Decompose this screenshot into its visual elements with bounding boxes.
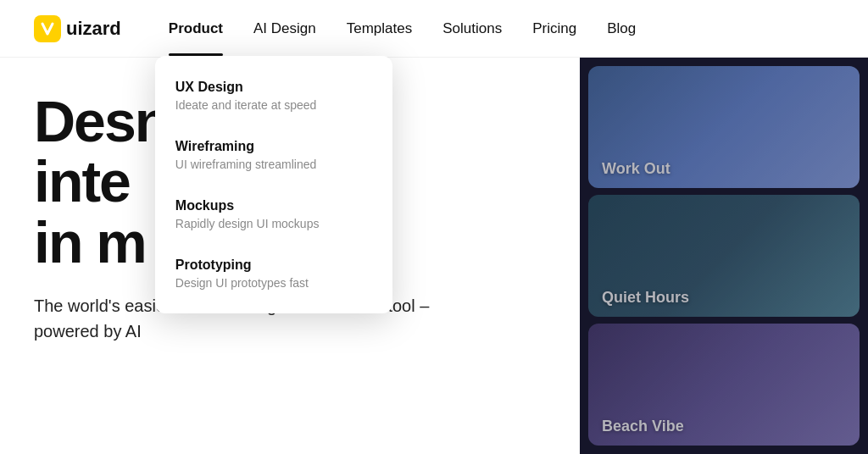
dropdown-item-mockups-subtitle: Rapidly design UI mockups bbox=[175, 217, 372, 230]
nav-item-blog: Blog bbox=[593, 14, 649, 44]
app-card-quiet-hours-label: Quiet Hours bbox=[602, 289, 689, 307]
nav-link-product[interactable]: Product bbox=[155, 14, 236, 44]
nav-link-blog[interactable]: Blog bbox=[593, 14, 649, 44]
dropdown-item-ux-design-title: UX Design bbox=[175, 80, 372, 95]
dropdown-item-prototyping-subtitle: Design UI prototypes fast bbox=[175, 276, 372, 290]
app-card-beach-vibes: Beach Vibe bbox=[588, 324, 860, 446]
hero-section: Desning inte in m The world's easiest-to… bbox=[0, 58, 868, 454]
logo[interactable]: uizard bbox=[34, 15, 121, 42]
app-card-workout: Work Out bbox=[588, 66, 860, 188]
nav-menu: Product UX Design Ideate and iterate at … bbox=[155, 14, 649, 44]
navbar: uizard Product UX Design Ideate and iter… bbox=[0, 0, 868, 58]
app-card-workout-label: Work Out bbox=[602, 160, 670, 178]
hero-right: Work Out Quiet Hours Beach Vibe bbox=[580, 58, 868, 454]
logo-icon bbox=[34, 15, 61, 42]
dropdown-item-wireframing-subtitle: UI wireframing streamlined bbox=[175, 158, 372, 171]
nav-link-pricing[interactable]: Pricing bbox=[519, 14, 590, 44]
nav-item-templates: Templates bbox=[333, 14, 426, 44]
nav-item-product: Product UX Design Ideate and iterate at … bbox=[155, 14, 236, 44]
dropdown-item-wireframing-title: Wireframing bbox=[175, 139, 372, 154]
product-dropdown: UX Design Ideate and iterate at speed Wi… bbox=[155, 56, 392, 313]
dropdown-item-prototyping[interactable]: Prototyping Design UI prototypes fast bbox=[155, 244, 392, 303]
nav-link-ai-design[interactable]: AI Design bbox=[240, 14, 330, 44]
logo-text: uizard bbox=[66, 18, 121, 40]
phone-mockup: Work Out Quiet Hours Beach Vibe bbox=[580, 58, 868, 454]
dropdown-item-wireframing[interactable]: Wireframing UI wireframing streamlined bbox=[155, 125, 392, 185]
dropdown-item-ux-design[interactable]: UX Design Ideate and iterate at speed bbox=[155, 66, 392, 125]
nav-link-solutions[interactable]: Solutions bbox=[429, 14, 515, 44]
nav-item-pricing: Pricing bbox=[519, 14, 590, 44]
nav-item-solutions: Solutions bbox=[429, 14, 515, 44]
dropdown-item-mockups[interactable]: Mockups Rapidly design UI mockups bbox=[155, 185, 392, 244]
dropdown-item-prototyping-title: Prototyping bbox=[175, 257, 372, 273]
nav-item-ai-design: AI Design bbox=[240, 14, 330, 44]
dropdown-item-ux-design-subtitle: Ideate and iterate at speed bbox=[175, 98, 372, 112]
nav-link-templates[interactable]: Templates bbox=[333, 14, 426, 44]
app-card-beach-vibes-label: Beach Vibe bbox=[602, 418, 684, 435]
dropdown-item-mockups-title: Mockups bbox=[175, 198, 372, 213]
app-card-quiet-hours: Quiet Hours bbox=[588, 195, 860, 317]
